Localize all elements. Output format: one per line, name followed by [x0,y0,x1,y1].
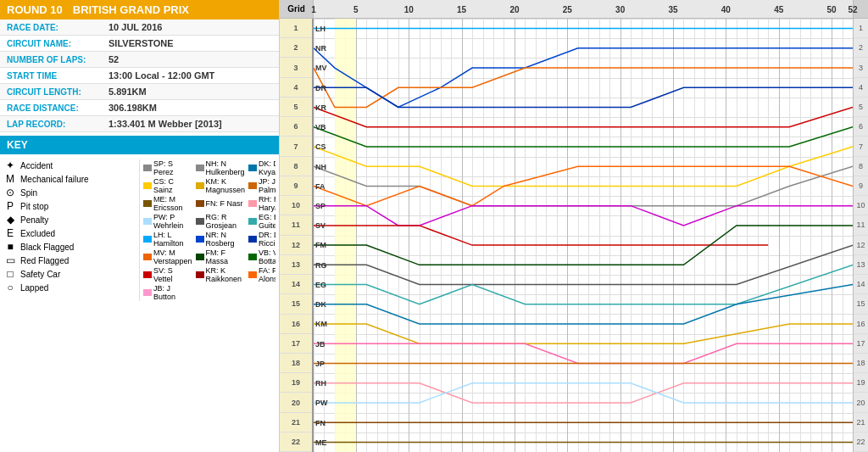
driver-code-label: FA [315,182,326,191]
race-path [314,206,853,226]
driver-color [248,165,257,171]
chart-panel: Grid 1510152025303540455052 123456789101… [280,0,868,452]
right-num: 7 [854,137,868,156]
driver-key-label: JB: J Button [153,284,192,301]
driver-key-label: DR: D Ricciardo [259,231,275,248]
info-value: 13:00 Local - 12:00 GMT [102,68,279,84]
info-value: 1:33.401 M Webber [2013] [102,116,279,132]
key-symbol: ✦ [3,159,17,171]
driver-key-item: FA: F Alonso [248,266,275,283]
driver-key-label: NR: N Rosberg [206,231,246,248]
grid-row: 2 [280,38,312,58]
key-symbol: P [3,200,17,212]
info-value: 306.198KM [102,100,279,116]
driver-key-item: KR: K Raikkonen [196,266,246,283]
key-symbol: ○ [3,282,17,293]
key-section: KEY [0,136,279,154]
right-num: 2 [854,38,868,58]
right-num: 18 [854,354,868,373]
info-label: RACE DISTANCE: [0,100,102,116]
key-item: PPit stop [3,200,136,212]
info-value: 52 [102,52,279,68]
driver-code-label: ME [315,438,327,447]
grid-row: 16 [280,315,312,334]
grid-row: 13 [280,255,312,275]
race-path [314,383,853,403]
info-table: RACE DATE:10 JUL 2016CIRCUIT NAME:SILVER… [0,20,279,132]
info-label: CIRCUIT NAME: [0,36,102,52]
driver-color [248,200,257,207]
key-item: ○Lapped [3,282,136,293]
driver-code-label: EG [315,281,326,289]
driver-key-item: JB: J Button [143,284,192,301]
key-label-text: Safety Car [20,270,60,279]
lap-tick: 52 [848,4,857,14]
info-row: CIRCUIT NAME:SILVERSTONE [0,36,279,52]
right-num: 16 [854,315,868,334]
key-item: ■Black Flagged [3,241,136,253]
driver-key-label: VB: V Bottas [259,248,275,265]
race-name: BRITISH GRAND PRIX [73,3,189,16]
grid-row: 7 [280,137,312,156]
key-symbol: ▭ [3,254,17,266]
key-label-text: Excluded [20,229,55,238]
driver-key-label: KM: K Magnussen [206,177,246,194]
right-numbers: 12345678910111213141516171819202122 [853,19,868,452]
key-symbol: M [3,173,17,185]
grid-row: 19 [280,373,312,393]
round-label: ROUND 10 [7,3,63,16]
driver-code-label: NR [315,44,326,53]
driver-key-item: KM: K Magnussen [196,177,246,194]
driver-key-label: JP: J Palmer [259,177,275,194]
key-item: ▭Red Flagged [3,254,136,266]
right-num: 1 [854,19,868,38]
key-label-text: Lapped [20,283,48,293]
grid-row: 1 [280,19,312,38]
right-num: 8 [854,157,868,176]
driver-code-label: RH [315,379,326,388]
key-label-text: Pit stop [20,202,48,211]
key-label-text: Black Flagged [20,243,74,252]
right-num: 4 [854,78,868,98]
lap-tick: 20 [509,4,519,14]
driver-color [143,165,152,171]
driver-key-label: KR: K Raikkonen [206,266,246,283]
race-chart: LHNRMVDRKRVBCSNHFASPSVFMRGEGDKKMJBJPRHPW… [314,19,853,452]
race-info: ROUND 10 BRITISH GRAND PRIX RACE DATE:10… [0,0,279,132]
driver-code-label: PW [315,399,328,407]
key-label: KEY [7,139,28,151]
grid-row: 5 [280,98,312,117]
driver-color [196,254,204,260]
grid-row: 9 [280,176,312,196]
race-header: ROUND 10 BRITISH GRAND PRIX [0,0,279,20]
driver-key-label: LH: L Hamilton [153,231,192,248]
driver-key-item: VB: V Bottas [248,248,275,265]
key-label-text: Mechanical failure [20,175,89,184]
driver-key-item: FM: F Massa [196,248,246,265]
key-item: EExcluded [3,227,136,239]
key-label-text: Accident [20,161,53,170]
driver-color [143,218,152,225]
grid-row: 3 [280,58,312,77]
info-label: CIRCUIT LENGTH: [0,84,102,100]
right-num: 12 [854,236,868,255]
driver-key-item: PW: P Wehrlein [143,213,192,230]
driver-code-label: DK [315,300,326,309]
driver-key-item: NR: N Rosberg [196,231,246,248]
grid-row: 14 [280,275,312,294]
driver-code-label: KM [315,320,327,328]
right-num: 13 [854,255,868,275]
driver-color [143,289,152,296]
driver-code-label: LH [315,25,326,33]
driver-code-label: JB [315,340,326,349]
driver-key-label: FM: F Massa [206,248,246,265]
driver-color [196,165,204,171]
driver-key-item: DK: D Kvyat [248,159,275,176]
driver-key-label: FA: F Alonso [259,266,275,283]
driver-color [143,236,152,243]
driver-key-label: RG: R Grosjean [206,213,246,230]
race-path [314,383,853,403]
key-content: ✦AccidentMMechanical failure⊙SpinPPit st… [0,154,279,306]
driver-key-item: EG: E Guiterrez [248,213,275,230]
info-row: RACE DISTANCE:306.198KM [0,100,279,116]
